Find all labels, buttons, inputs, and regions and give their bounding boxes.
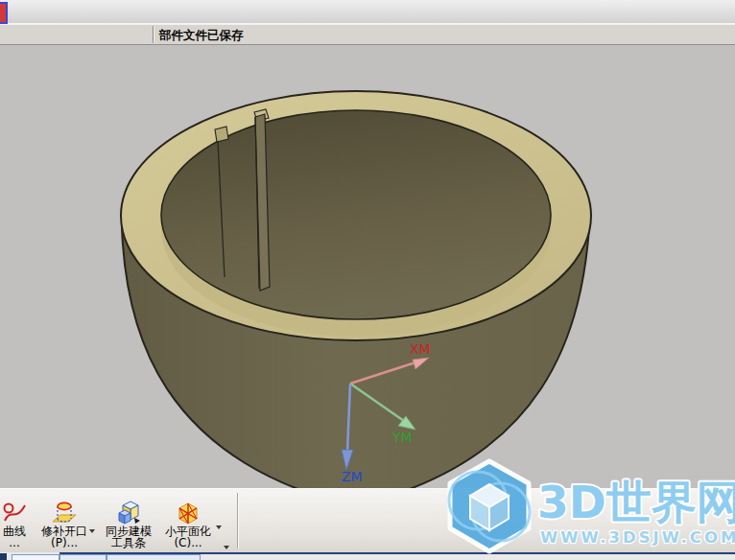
patch-opening-sublabel: (P)... [51, 537, 78, 548]
top-toolbar [0, 0, 735, 24]
sync-modeling-sublabel: 工具条 [111, 537, 146, 548]
bottom-tab[interactable] [59, 554, 107, 560]
sync-modeling-icon [116, 500, 141, 525]
facet-icon [176, 500, 201, 525]
x-axis-label: XM [410, 341, 431, 357]
sync-modeling-button[interactable]: 同步建模 工具条 [97, 494, 160, 553]
status-bar: 部件文件已保存 [0, 24, 735, 45]
curve-icon [2, 500, 27, 525]
toolbar-overflow-arrow[interactable] [224, 546, 229, 549]
model-ring[interactable] [121, 91, 591, 489]
patch-opening-button[interactable]: 修补开口 (P)... [33, 494, 96, 553]
z-axis-label: ZM [342, 469, 363, 484]
bottom-tab[interactable] [107, 554, 201, 560]
bottom-window-sliver [0, 552, 735, 560]
curve-button-sublabel: ... [9, 537, 19, 548]
facet-sublabel: (C)... [174, 537, 202, 548]
facet-dropdown-arrow[interactable] [216, 525, 222, 529]
bottom-strip-corner-block [0, 553, 7, 560]
clipped-toolbar-icon[interactable] [0, 2, 8, 24]
toolbar-separator [237, 493, 239, 548]
patch-opening-icon [52, 500, 77, 525]
status-bar-separator [153, 26, 154, 43]
y-axis-label: YM [391, 430, 413, 445]
model-canvas: XM YM ZM [0, 45, 735, 489]
facet-button[interactable]: 小平面化 (C)... [156, 494, 220, 553]
status-message: 部件文件已保存 [159, 28, 244, 44]
graphics-viewport[interactable]: XM YM ZM [0, 44, 735, 489]
bottom-tab[interactable] [12, 554, 59, 560]
bottom-toolbar: 曲线 ... 修补开口 (P)... 同步建模 工具条 [0, 488, 735, 553]
